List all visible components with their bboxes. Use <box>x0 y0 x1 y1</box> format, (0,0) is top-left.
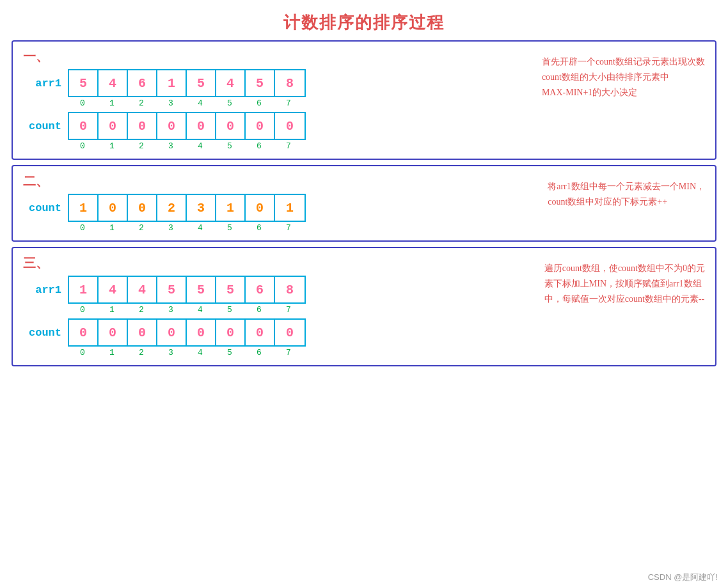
index-cell-3-2-2: 2 <box>127 348 156 357</box>
cell-2-1-5: 1 <box>216 195 246 221</box>
array-cells-2-1: 10023101 <box>68 194 306 222</box>
sections-container: 一、arr15461545801234567count0000000001234… <box>0 40 728 372</box>
index-cell-2-1-7: 7 <box>274 223 303 233</box>
cell-3-2-6: 0 <box>246 320 275 345</box>
cell-3-2-2: 0 <box>128 320 157 345</box>
cell-1-2-5: 0 <box>216 113 246 139</box>
cell-3-2-5: 0 <box>216 320 246 345</box>
description-3: 遍历count数组，使count数组中不为0的元素下标加上MIN，按顺序赋值到a… <box>544 261 705 306</box>
cell-3-2-0: 0 <box>69 320 99 345</box>
index-cell-3-2-0: 0 <box>68 348 97 357</box>
array-cells-3-1: 14455568 <box>68 276 306 304</box>
description-2: 将arr1数组中每一个元素减去一个MIN，count数组中对应的下标元素++ <box>548 179 705 210</box>
index-cell-1-2-7: 7 <box>274 141 303 151</box>
index-cell-1-1-4: 4 <box>186 98 215 108</box>
description-1: 首先开辟一个count数组记录元素出现次数count数组的大小由待排序元素中MA… <box>542 54 705 100</box>
index-cell-3-2-7: 7 <box>274 348 303 357</box>
cell-1-1-7: 8 <box>275 70 305 96</box>
array-label-1-2: count <box>23 120 61 132</box>
index-cell-3-2-5: 5 <box>215 348 244 357</box>
cell-1-2-6: 0 <box>246 113 275 139</box>
watermark: CSDN @是阿建吖! <box>648 572 718 583</box>
index-cell-3-1-1: 1 <box>97 305 127 315</box>
index-cell-3-1-0: 0 <box>68 305 97 315</box>
section-3: 三、arr11445556801234567count0000000001234… <box>12 247 716 366</box>
index-cell-2-1-4: 4 <box>186 223 215 233</box>
cell-3-1-2: 4 <box>128 277 157 302</box>
cell-3-2-4: 0 <box>187 320 216 345</box>
cell-3-1-7: 8 <box>275 277 305 302</box>
index-cell-3-1-4: 4 <box>186 305 215 315</box>
index-cell-3-1-2: 2 <box>127 305 156 315</box>
array-row-3-2: count00000000 <box>23 318 705 347</box>
index-cell-2-1-2: 2 <box>127 223 156 233</box>
index-cell-1-1-3: 3 <box>156 98 186 108</box>
cell-1-2-3: 0 <box>157 113 187 139</box>
array-label-1-1: arr1 <box>23 77 61 90</box>
cell-3-1-4: 5 <box>187 277 216 302</box>
cell-3-1-3: 5 <box>157 277 187 302</box>
cell-2-1-7: 1 <box>275 195 305 221</box>
index-cell-2-1-3: 3 <box>156 223 186 233</box>
index-cell-3-2-1: 1 <box>97 348 127 357</box>
array-cells-1-1: 54615458 <box>68 69 306 97</box>
cell-2-1-1: 0 <box>99 195 128 221</box>
cell-2-1-3: 2 <box>157 195 187 221</box>
index-cell-2-1-5: 5 <box>215 223 244 233</box>
index-cell-2-1-1: 1 <box>97 223 127 233</box>
cell-1-1-3: 1 <box>157 70 187 96</box>
array-row-1-2: count00000000 <box>23 112 705 140</box>
cell-1-2-7: 0 <box>275 113 305 139</box>
cell-3-2-3: 0 <box>157 320 187 345</box>
cell-1-1-6: 5 <box>246 70 275 96</box>
index-cell-2-1-0: 0 <box>68 223 97 233</box>
index-cell-1-1-6: 6 <box>244 98 274 108</box>
cell-1-2-4: 0 <box>187 113 216 139</box>
index-row-3-2: 01234567 <box>68 348 705 357</box>
index-cell-1-2-0: 0 <box>68 141 97 151</box>
cell-3-1-0: 1 <box>69 277 99 302</box>
cell-1-1-1: 4 <box>99 70 128 96</box>
cell-3-1-5: 5 <box>216 277 246 302</box>
index-row-1-2: 01234567 <box>68 141 705 151</box>
cell-2-1-4: 3 <box>187 195 216 221</box>
array-cells-3-2: 00000000 <box>68 318 306 347</box>
cell-3-1-6: 6 <box>246 277 275 302</box>
array-label-2-1: count <box>23 202 61 214</box>
cell-2-1-6: 0 <box>246 195 275 221</box>
cell-2-1-0: 1 <box>69 195 99 221</box>
index-cell-3-1-5: 5 <box>215 305 244 315</box>
cell-1-2-2: 0 <box>128 113 157 139</box>
index-cell-2-1-6: 6 <box>244 223 274 233</box>
index-cell-1-2-4: 4 <box>186 141 215 151</box>
index-cell-3-2-6: 6 <box>244 348 274 357</box>
cell-3-2-7: 0 <box>275 320 305 345</box>
index-cell-1-1-5: 5 <box>215 98 244 108</box>
array-label-3-2: count <box>23 327 61 339</box>
index-cell-1-2-2: 2 <box>127 141 156 151</box>
array-cells-1-2: 00000000 <box>68 112 306 140</box>
index-cell-3-1-7: 7 <box>274 305 303 315</box>
cell-1-1-0: 5 <box>69 70 99 96</box>
index-cell-1-2-1: 1 <box>97 141 127 151</box>
index-cell-1-1-2: 2 <box>127 98 156 108</box>
index-cell-1-2-5: 5 <box>215 141 244 151</box>
cell-3-1-1: 4 <box>99 277 128 302</box>
cell-2-1-2: 0 <box>128 195 157 221</box>
index-row-2-1: 01234567 <box>68 223 705 233</box>
index-cell-3-1-3: 3 <box>156 305 186 315</box>
index-cell-1-1-1: 1 <box>97 98 127 108</box>
index-cell-1-2-3: 3 <box>156 141 186 151</box>
index-cell-3-1-6: 6 <box>244 305 274 315</box>
cell-1-1-2: 6 <box>128 70 157 96</box>
cell-1-2-1: 0 <box>99 113 128 139</box>
index-cell-1-1-7: 7 <box>274 98 303 108</box>
index-cell-1-2-6: 6 <box>244 141 274 151</box>
cell-1-1-5: 4 <box>216 70 246 96</box>
index-cell-3-2-3: 3 <box>156 348 186 357</box>
array-label-3-1: arr1 <box>23 284 61 296</box>
section-1: 一、arr15461545801234567count0000000001234… <box>12 40 716 160</box>
cell-1-1-4: 5 <box>187 70 216 96</box>
cell-3-2-1: 0 <box>99 320 128 345</box>
section-2: 二、count1002310101234567将arr1数组中每一个元素减去一个… <box>12 165 716 242</box>
